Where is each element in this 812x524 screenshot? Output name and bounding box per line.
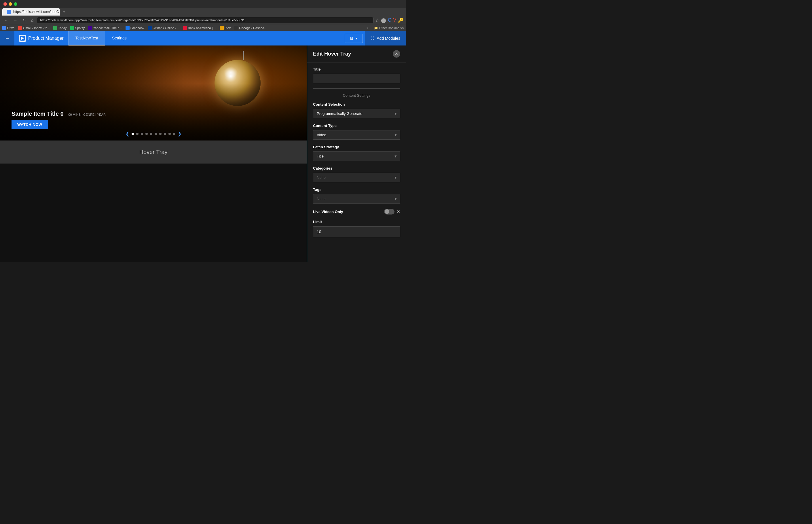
carousel-dot-1[interactable] (132, 133, 134, 135)
categories-label: Categories (313, 166, 400, 170)
categories-field-group: Categories None ▼ (313, 166, 400, 182)
item-meta: 00 MINS | GENRE | YEAR (68, 113, 106, 116)
bookmark-icon-spotify (70, 26, 74, 30)
bookmark-facebook[interactable]: Facebook (126, 26, 144, 30)
extension-icon-4[interactable]: 🔑 (398, 18, 404, 23)
bookmark-today[interactable]: Today (53, 26, 66, 30)
panel-title: Edit Hover Tray (313, 51, 351, 57)
app-title-label: Product Manager (28, 36, 64, 41)
hero-content: Sample Item Title 0 00 MINS | GENRE | YE… (12, 111, 106, 129)
carousel-dot-4[interactable] (145, 133, 148, 135)
nav-tab-settings-label: Settings (112, 36, 127, 40)
back-to-dashboard-button[interactable]: ← (0, 31, 14, 46)
limit-number-input[interactable] (313, 226, 400, 237)
live-videos-only-field-group: Live Videos Only ✕ (313, 209, 400, 214)
live-videos-toggle[interactable] (384, 209, 394, 214)
fetch-strategy-wrapper: Title Category Tag Recent ▼ (313, 151, 400, 161)
home-button[interactable]: ⌂ (29, 17, 35, 23)
other-bookmarks-button[interactable]: 📁 Other Bookmarks (374, 26, 404, 30)
bookmark-plex[interactable]: Plex (220, 26, 231, 30)
bookmarks-bar: Drive Gmail - Inbox - fe... Today Spotif… (0, 25, 406, 31)
bookmark-icon-citi (148, 26, 152, 30)
tags-select[interactable]: None (313, 194, 400, 203)
bookmark-discogs[interactable]: Discogs - Dashbo... (234, 26, 266, 30)
minimize-window-button[interactable] (9, 2, 12, 6)
carousel-dot-9[interactable] (168, 133, 171, 135)
carousel-dot-8[interactable] (164, 133, 166, 135)
hover-tray-label: Hover Tray (140, 149, 167, 155)
carousel-dot-6[interactable] (155, 133, 157, 135)
title-field-label: Title (313, 67, 400, 71)
new-tab-button[interactable]: + (60, 8, 68, 16)
browser-tab[interactable]: https://tools.viewlift.com/appC (2, 8, 60, 16)
bookmark-citi[interactable]: Citibank Online - ... (148, 26, 180, 30)
content-selection-field-group: Content Selection Programmatically Gener… (313, 102, 400, 118)
nav-tab-testnewtest[interactable]: TestNewTest (68, 31, 105, 46)
bookmark-star-icon[interactable]: ☆ (375, 18, 379, 23)
tab-title: https://tools.viewlift.com/appC (13, 10, 59, 14)
toggle-clear-icon[interactable]: ✕ (397, 209, 400, 214)
traffic-lights (3, 2, 17, 6)
carousel-dot-5[interactable] (150, 133, 152, 135)
categories-select[interactable]: None (313, 173, 400, 182)
fetch-strategy-select[interactable]: Title Category Tag Recent (313, 151, 400, 161)
content-type-wrapper: Video Live Article Series ▼ (313, 130, 400, 140)
bookmark-yahoo[interactable]: Yahoo! Mail: The b... (88, 26, 122, 30)
panel-header: Edit Hover Tray ✕ (307, 46, 406, 63)
carousel-dot-10[interactable] (173, 133, 175, 135)
title-text-input[interactable] (313, 74, 400, 83)
back-button[interactable]: ← (2, 17, 10, 23)
content-selection-label: Content Selection (313, 102, 400, 107)
bookmark-spotify[interactable]: Spotify (70, 26, 85, 30)
back-arrow-icon: ← (5, 35, 10, 42)
carousel-dot-2[interactable] (136, 133, 139, 135)
tags-wrapper: None ▼ (313, 194, 400, 203)
item-title: Sample Item Title 0 (12, 111, 64, 117)
bookmark-label-plex: Plex (225, 26, 231, 30)
bookmark-label-spotify: Spotify (75, 26, 85, 30)
browser-chrome: https://tools.viewlift.com/appC + ← → ↻ … (0, 0, 406, 31)
bookmark-label-today: Today (58, 26, 66, 30)
bookmark-label-drive: Drive (7, 26, 15, 30)
reload-button[interactable]: ↻ (21, 17, 28, 23)
bookmark-icon-plex (220, 26, 224, 30)
edit-panel: Edit Hover Tray ✕ Title Content Settings… (307, 46, 406, 262)
grid-icon: ⠿ (371, 36, 374, 41)
extension-icon-1[interactable]: ⬤ (381, 18, 386, 23)
forward-button[interactable]: → (12, 17, 19, 23)
bookmark-label-yahoo: Yahoo! Mail: The b... (93, 26, 122, 30)
tab-favicon (7, 10, 11, 14)
bookmark-icon-gmail (18, 26, 22, 30)
bookmark-label-gmail: Gmail - Inbox - fe... (23, 26, 50, 30)
address-bar-input[interactable] (37, 17, 373, 23)
tab-bar: https://tools.viewlift.com/appC + (0, 8, 406, 16)
close-window-button[interactable] (3, 2, 7, 6)
carousel-dot-3[interactable] (141, 133, 143, 135)
content-type-select[interactable]: Video Live Article Series (313, 130, 400, 140)
content-selection-select[interactable]: Programmatically Generate Manual Select … (313, 109, 400, 118)
viewlift-logo-icon (19, 35, 26, 42)
watch-now-button[interactable]: WATCH NOW (12, 120, 48, 129)
bookmark-icon-discogs (234, 26, 238, 30)
bookmark-gmail[interactable]: Gmail - Inbox - fe... (18, 26, 50, 30)
bookmark-boa[interactable]: Bank of America | ... (183, 26, 216, 30)
extension-icon-2[interactable]: G (388, 18, 391, 23)
device-dropdown-arrow-icon: ▼ (355, 37, 358, 40)
carousel-dot-7[interactable] (159, 133, 162, 135)
extension-icon-3[interactable]: V (393, 18, 396, 23)
device-selector[interactable]: 🖥 ▼ (345, 34, 363, 43)
nav-tab-settings[interactable]: Settings (105, 31, 134, 46)
bookmark-drive[interactable]: Drive (2, 26, 15, 30)
carousel-prev-button[interactable]: ❮ (126, 131, 129, 136)
app-logo: Product Manager (14, 31, 68, 46)
title-bar (0, 0, 406, 8)
maximize-window-button[interactable] (14, 2, 17, 6)
bookmark-label-boa: Bank of America | ... (188, 26, 216, 30)
add-modules-button[interactable]: ⠿ Add Modules (365, 31, 406, 46)
more-bookmarks-button[interactable]: » (367, 26, 368, 30)
app-container: ← Product Manager TestNewTest Settings 🖥… (0, 31, 406, 262)
hero-section: Sample Item Title 0 00 MINS | GENRE | YE… (0, 46, 307, 141)
carousel-next-button[interactable]: ❯ (178, 131, 181, 136)
close-panel-button[interactable]: ✕ (393, 50, 400, 58)
bookmark-label-facebook: Facebook (130, 26, 144, 30)
